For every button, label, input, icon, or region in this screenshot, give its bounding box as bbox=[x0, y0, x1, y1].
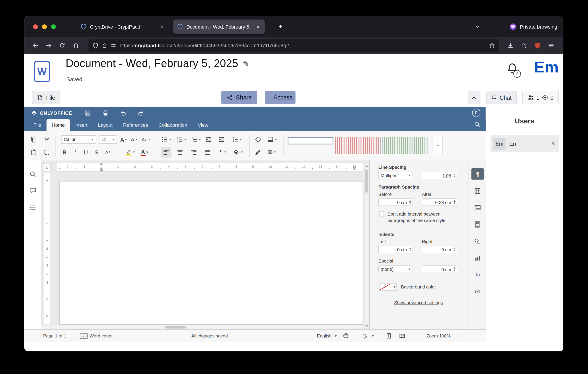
textart-settings-button[interactable]: Ta bbox=[474, 271, 481, 278]
spell-check-button[interactable] bbox=[362, 330, 374, 342]
spin-down-icon[interactable] bbox=[453, 203, 455, 204]
new-tab-button[interactable]: + bbox=[275, 21, 286, 32]
style-preview-3[interactable] bbox=[382, 137, 428, 154]
collaborator-avatar[interactable]: E bbox=[472, 109, 480, 117]
print-button[interactable] bbox=[101, 108, 110, 117]
user-avatar[interactable]: Em bbox=[533, 58, 560, 76]
spin-up-icon[interactable] bbox=[453, 267, 455, 269]
connection-lock-icon[interactable] bbox=[102, 42, 107, 48]
extensions-button[interactable] bbox=[518, 40, 530, 52]
align-center-button[interactable] bbox=[175, 147, 185, 157]
paragraph-settings-button[interactable]: ¶ bbox=[472, 168, 484, 180]
find-button[interactable] bbox=[29, 171, 37, 178]
interval-checkbox[interactable] bbox=[379, 212, 384, 217]
participants-button[interactable]: 1 0 bbox=[522, 91, 559, 104]
list-all-tabs-button[interactable] bbox=[472, 21, 483, 32]
page-indicator[interactable]: Page 1 of 1 bbox=[43, 330, 66, 342]
justify-button[interactable] bbox=[202, 147, 212, 157]
menu-tab-view[interactable]: View bbox=[192, 119, 214, 131]
style-gallery-expand-button[interactable] bbox=[432, 137, 442, 154]
spin-up-icon[interactable] bbox=[409, 248, 411, 249]
browser-tab-cryptdrive[interactable]: CryptDrive - CryptPad.fr × bbox=[77, 20, 168, 34]
zoom-in-button[interactable]: + bbox=[461, 330, 465, 342]
ublock-extension-button[interactable] bbox=[531, 40, 543, 52]
line-spacing-button[interactable] bbox=[231, 134, 243, 145]
reload-button[interactable] bbox=[56, 40, 68, 52]
spin-up-icon[interactable] bbox=[453, 248, 455, 249]
line-spacing-spinner[interactable]: 1.08 bbox=[422, 172, 457, 179]
menu-tab-home[interactable]: Home bbox=[47, 119, 70, 131]
font-name-select[interactable]: Calibri bbox=[61, 135, 96, 144]
horizontal-scroll-thumb[interactable] bbox=[165, 326, 186, 329]
url-bar[interactable]: https://cryptpad.fr/doc/#/3/doc/edit/ff0… bbox=[88, 39, 499, 52]
decrease-indent-button[interactable] bbox=[203, 134, 214, 145]
spin-down-icon[interactable] bbox=[453, 176, 455, 177]
tab-stop-selector[interactable]: L bbox=[43, 163, 51, 171]
fit-width-button[interactable] bbox=[399, 330, 405, 342]
mail-merge-button[interactable]: ✉ bbox=[265, 147, 278, 157]
horizontal-scrollbar[interactable] bbox=[41, 325, 363, 329]
scroll-up-arrow[interactable] bbox=[365, 165, 368, 167]
spin-down-icon[interactable] bbox=[409, 250, 411, 251]
spacing-after-spinner[interactable]: 0.28 cm bbox=[422, 198, 457, 206]
zoom-level[interactable]: Zoom 100% bbox=[426, 330, 451, 342]
scroll-down-arrow[interactable] bbox=[365, 325, 368, 327]
spin-up-icon[interactable] bbox=[453, 174, 455, 175]
clear-style-button[interactable] bbox=[253, 134, 263, 145]
zoom-out-button[interactable]: − bbox=[414, 330, 417, 342]
font-color-button[interactable]: A bbox=[138, 147, 151, 157]
copy-style-button[interactable] bbox=[253, 147, 263, 157]
edit-title-pencil-icon[interactable]: ✎ bbox=[243, 59, 249, 68]
select-all-button[interactable] bbox=[42, 147, 52, 157]
document-page[interactable] bbox=[59, 181, 363, 325]
tab-close-icon[interactable]: × bbox=[255, 23, 261, 30]
editor-search-button[interactable] bbox=[474, 121, 480, 129]
home-button[interactable] bbox=[70, 40, 82, 52]
style-preview-1[interactable] bbox=[288, 137, 333, 145]
left-indent-marker[interactable] bbox=[100, 170, 103, 171]
edit-user-pencil-icon[interactable]: ✎ bbox=[551, 140, 556, 147]
align-right-button[interactable] bbox=[189, 147, 199, 157]
spin-down-icon[interactable] bbox=[453, 250, 455, 251]
spin-up-icon[interactable] bbox=[409, 200, 411, 202]
background-color-swatch[interactable] bbox=[379, 283, 391, 291]
underline-button[interactable]: U bbox=[81, 147, 91, 157]
superscript-button[interactable]: A2 bbox=[102, 147, 113, 157]
permissions-icon[interactable] bbox=[111, 42, 116, 48]
tab-close-icon[interactable]: × bbox=[159, 23, 165, 30]
first-line-indent-marker[interactable] bbox=[100, 164, 103, 166]
bookmark-star-icon[interactable] bbox=[489, 42, 495, 48]
horizontal-ruler[interactable]: 21123456789101112131415 bbox=[57, 163, 363, 172]
collapse-toolbar-button[interactable] bbox=[468, 91, 481, 104]
numbered-list-button[interactable] bbox=[175, 134, 187, 145]
vertical-ruler[interactable]: 21123456 bbox=[44, 173, 50, 324]
comments-button[interactable] bbox=[29, 187, 37, 195]
increase-font-button[interactable]: A bbox=[118, 134, 129, 145]
bold-button[interactable]: B bbox=[59, 147, 70, 157]
tracking-protection-shield-icon[interactable] bbox=[93, 42, 98, 48]
cut-button[interactable]: ✂ bbox=[42, 134, 52, 145]
spin-down-icon[interactable] bbox=[453, 270, 455, 271]
file-menu-button[interactable]: File bbox=[32, 91, 61, 104]
language-select[interactable]: English bbox=[317, 330, 337, 342]
image-settings-button[interactable] bbox=[474, 204, 481, 211]
close-button[interactable] bbox=[33, 24, 38, 29]
highlight-color-button[interactable] bbox=[123, 147, 136, 157]
style-preview-2[interactable] bbox=[335, 137, 380, 154]
word-count-button[interactable]: 123 Word count bbox=[80, 330, 113, 342]
align-left-button[interactable] bbox=[161, 147, 171, 157]
notifications-button[interactable]: 2 bbox=[507, 63, 520, 76]
indent-right-spinner[interactable]: 0 cm bbox=[422, 246, 457, 253]
fit-page-button[interactable] bbox=[386, 330, 392, 342]
spin-down-icon[interactable] bbox=[409, 203, 411, 204]
paste-button[interactable] bbox=[29, 147, 39, 157]
decrease-font-button[interactable]: A bbox=[129, 134, 139, 145]
copy-button[interactable] bbox=[29, 134, 39, 145]
background-color-dropdown[interactable] bbox=[391, 283, 397, 291]
header-footer-settings-button[interactable] bbox=[474, 220, 481, 228]
minimize-button[interactable] bbox=[42, 24, 47, 29]
change-case-button[interactable]: Aa bbox=[140, 134, 153, 145]
document-color-button[interactable] bbox=[265, 134, 278, 145]
strikethrough-button[interactable]: S bbox=[91, 147, 102, 157]
menu-tab-collaboration[interactable]: Collaboration bbox=[153, 119, 192, 131]
